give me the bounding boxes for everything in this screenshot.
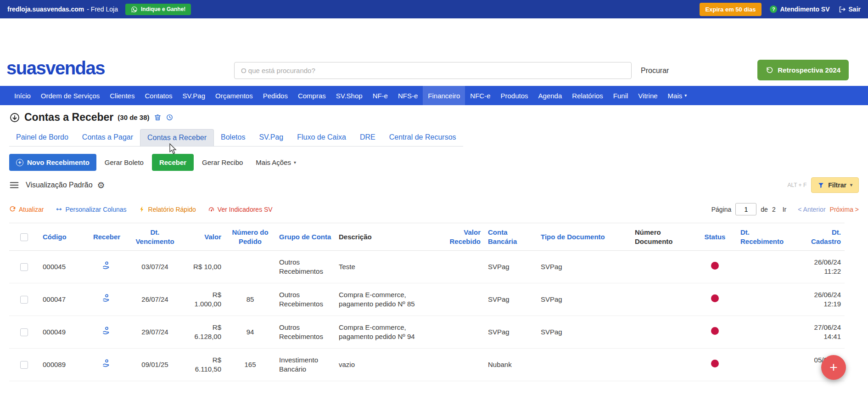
col-header-tipo-de-documento[interactable]: Tipo de Documento: [537, 223, 631, 251]
nav-item-nfs-e[interactable]: NFS-e: [393, 86, 423, 105]
nav-item-funil[interactable]: Funil: [608, 86, 633, 105]
cell-valor: R$ 1.000,00: [181, 283, 225, 316]
indique-ganhe-button[interactable]: Indique e Ganhe!: [125, 4, 191, 15]
chevron-down-icon: ▾: [294, 160, 296, 165]
sair-link[interactable]: Sair: [838, 6, 861, 13]
header: suasvendas Procurar Retrospectiva 2024: [0, 18, 868, 86]
nav-item-pedidos[interactable]: Pedidos: [258, 86, 293, 105]
receber-money-icon[interactable]: [102, 359, 112, 368]
col-header-numero-do-pedido[interactable]: Número do Pedido: [225, 223, 275, 251]
row-checkbox[interactable]: [20, 328, 28, 336]
col-header-numero-documento[interactable]: Número Documento: [631, 223, 693, 251]
table-row: 00004726/07/24R$ 1.000,0085Outros Recebi…: [9, 283, 845, 316]
tab-contas-a-pagar[interactable]: Contas a Pagar: [75, 129, 140, 146]
atendimento-link[interactable]: ? Atendimento SV: [770, 6, 829, 13]
col-header-dt-recebimento[interactable]: Dt. Recebimento: [737, 223, 796, 251]
tab-boletos[interactable]: Boletos: [214, 129, 252, 146]
relatorio-rapido-link[interactable]: Relatório Rápido: [139, 206, 196, 213]
nav-item-relatorios[interactable]: Relatórios: [567, 86, 608, 105]
nav-item-contatos[interactable]: Contatos: [140, 86, 177, 105]
mais-acoes-button[interactable]: Mais Ações ▾: [251, 154, 301, 171]
retrospectiva-label: Retrospectiva 2024: [778, 66, 840, 74]
row-checkbox[interactable]: [20, 263, 28, 271]
cell-conta: SVPag: [484, 283, 537, 316]
col-header-descricao[interactable]: Descrição: [335, 223, 431, 251]
cell-conta: Nubank: [484, 349, 537, 381]
col-header-grupo-de-conta[interactable]: Grupo de Conta: [275, 223, 335, 251]
nav-item-compras[interactable]: Compras: [293, 86, 331, 105]
nav-item-inicio[interactable]: Início: [9, 86, 36, 105]
cell-receber: [85, 251, 129, 283]
page-title: Contas a Receber: [24, 111, 113, 124]
cell-recebimento: [737, 251, 796, 283]
nav-item-nfc-e[interactable]: NFC-e: [465, 86, 495, 105]
tab-sv-pag[interactable]: SV.Pag: [252, 129, 290, 146]
nav-item-nf-e[interactable]: NF-e: [368, 86, 393, 105]
tab-dre[interactable]: DRE: [353, 129, 382, 146]
receber-money-icon[interactable]: [102, 326, 112, 336]
logout-icon: [838, 6, 846, 13]
procurar-button[interactable]: Procurar: [641, 67, 669, 75]
fab-add-button[interactable]: +: [821, 355, 846, 380]
ver-indicadores-link[interactable]: Ver Indicadores SV: [208, 206, 273, 213]
collapse-circle-down-icon[interactable]: [9, 112, 20, 123]
cell-pedido: 94: [225, 316, 275, 349]
expira-button[interactable]: Expira em 50 dias: [700, 3, 762, 16]
nav-item-ordem-de-servicos[interactable]: Ordem de Serviços: [36, 86, 105, 105]
nav-item-sv-shop[interactable]: SV.Shop: [331, 86, 368, 105]
personalizar-colunas-link[interactable]: Personalizar Colunas: [56, 206, 126, 213]
cell-valor_recebido: [431, 251, 484, 283]
gear-icon[interactable]: ⚙: [97, 180, 105, 191]
tab-painel-de-bordo[interactable]: Painel de Bordo: [9, 129, 75, 146]
history-clock-icon[interactable]: [166, 113, 174, 121]
col-header-dt-vencimento[interactable]: Dt. Vencimento: [129, 223, 181, 251]
nav-item-sv-pag[interactable]: SV.Pag: [178, 86, 211, 105]
ir-button[interactable]: Ir: [783, 206, 787, 213]
proxima-link[interactable]: Próxima >: [830, 206, 859, 213]
nav-item-orcamentos[interactable]: Orçamentos: [210, 86, 258, 105]
receber-button[interactable]: Receber: [152, 154, 194, 171]
col-header-dt-cadastro[interactable]: Dt. Cadastro: [796, 223, 845, 251]
gerar-boleto-button[interactable]: Gerar Boleto: [100, 154, 148, 171]
col-header-status[interactable]: Status: [693, 223, 737, 251]
row-checkbox[interactable]: [20, 296, 28, 304]
tab-central-de-recursos[interactable]: Central de Recursos: [382, 129, 463, 146]
search-input[interactable]: [234, 62, 632, 79]
cell-status: [693, 251, 737, 283]
pagina-label: Página: [711, 206, 732, 213]
nav-item-vitrine[interactable]: Vitrine: [633, 86, 662, 105]
gerar-recibo-button[interactable]: Gerar Recibo: [197, 154, 247, 171]
atualizar-link[interactable]: Atualizar: [9, 206, 44, 213]
row-checkbox[interactable]: [20, 361, 28, 369]
novo-recebimento-button[interactable]: + Novo Recebimento: [9, 154, 96, 171]
hamburger-menu-icon[interactable]: [9, 180, 19, 190]
nav-item-agenda[interactable]: Agenda: [533, 86, 567, 105]
col-header-receber[interactable]: Receber: [85, 223, 129, 251]
app-logo[interactable]: suasvendas: [6, 59, 105, 77]
col-header-codigo[interactable]: Código: [39, 223, 85, 251]
cell-grupo: Investimento Bancário: [275, 349, 335, 381]
col-header-valor[interactable]: Valor: [181, 223, 225, 251]
page-number-input[interactable]: [735, 203, 756, 215]
col-header-valor-recebido[interactable]: Valor Recebido: [431, 223, 484, 251]
trash-icon[interactable]: [154, 113, 162, 121]
cell-descricao: vazio: [335, 349, 431, 381]
tab-contas-a-receber[interactable]: Contas a Receber: [140, 129, 214, 146]
finance-tabs: Painel de BordoContas a PagarContas a Re…: [9, 129, 463, 147]
status-dot: [711, 327, 719, 335]
retrospectiva-button[interactable]: Retrospectiva 2024: [757, 60, 849, 80]
receber-money-icon[interactable]: [102, 261, 112, 271]
anterior-link[interactable]: < Anterior: [798, 206, 825, 213]
select-all-checkbox[interactable]: [20, 233, 28, 241]
cell-pedido: 85: [225, 283, 275, 316]
tab-fluxo-de-caixa[interactable]: Fluxo de Caixa: [290, 129, 353, 146]
nav-item-mais[interactable]: Mais▾: [663, 86, 692, 105]
filtrar-button[interactable]: Filtrar ▾: [811, 177, 859, 193]
receber-money-icon[interactable]: [102, 293, 112, 303]
cell-codigo: 000047: [39, 283, 85, 316]
col-header-conta-bancaria[interactable]: Conta Bancária: [484, 223, 537, 251]
view-name: Visualização Padrão: [26, 181, 93, 189]
nav-item-financeiro[interactable]: Financeiro: [423, 86, 465, 105]
nav-item-produtos[interactable]: Produtos: [496, 86, 533, 105]
nav-item-clientes[interactable]: Clientes: [105, 86, 140, 105]
